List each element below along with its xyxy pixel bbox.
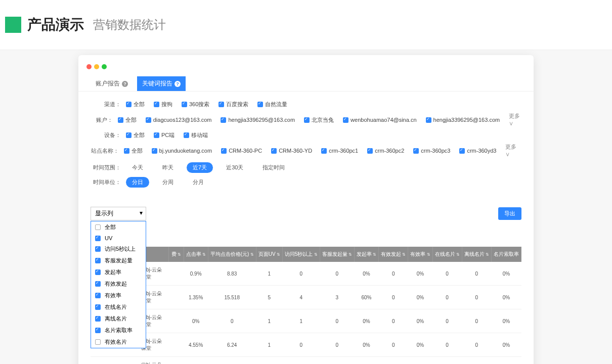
table-cell: 0% [492,286,521,309]
th-eff-rate[interactable]: 有效率 [408,247,432,262]
site-option[interactable]: crm-360yd3 [459,148,496,154]
unit-month[interactable]: 分月 [187,177,210,188]
range-7days[interactable]: 近7天 [187,162,213,173]
more-button[interactable]: 更多 [505,143,521,158]
site-option[interactable]: CRM-360-PC [221,148,262,154]
th-online-card[interactable]: 在线名片 [432,247,462,262]
dd-offline-card[interactable]: 离线名片 [91,313,146,325]
minimize-icon[interactable] [94,64,99,69]
tab-keyword-report[interactable]: 关键词报告 [137,76,186,91]
account-option[interactable]: 北京当兔 [304,116,334,124]
table-cell: 0% [408,357,432,365]
table-cell: 0 [462,333,491,357]
table-cell: 0% [184,357,208,365]
filter-label: 设备： [91,131,121,139]
help-icon[interactable] [122,81,128,87]
site-option[interactable]: crm-360pc1 [321,148,358,154]
channel-baidu[interactable]: 百度搜索 [218,101,248,108]
dd-online-card[interactable]: 在线名片 [91,301,146,313]
dd-kefu[interactable]: 客服发起量 [91,255,146,266]
table-cell: 6.24 [208,333,256,357]
table-cell: 0 [320,262,354,286]
table-row: 堂 bj-云朵课堂4.55%6.241000%00%000% [91,333,521,357]
table-cell: 0% [354,357,378,365]
range-today[interactable]: 今天 [126,162,149,173]
account-option[interactable]: 全部 [118,116,137,124]
dd-all[interactable]: 全部 [91,221,146,233]
channel-sogou[interactable]: 搜狗 [154,101,172,108]
th-fee[interactable]: 费 [168,247,184,262]
more-button[interactable]: 更多 [509,112,521,127]
account-option[interactable]: diagcuos123@163.com [146,117,212,123]
table-cell: 0 [379,309,408,333]
device-pc[interactable]: PC端 [154,131,174,139]
table-cell: 0% [492,333,521,357]
table-cell: 0 [462,309,491,333]
table-cell: 0 [320,333,354,357]
th-eff-init[interactable]: 有效发起 [379,247,408,262]
th-init-rate[interactable]: 发起率 [354,247,378,262]
th-visit5s[interactable]: 访问5秒以上 [282,247,320,262]
device-all[interactable]: 全部 [126,131,145,139]
site-option[interactable]: CRM-360-YD [271,148,312,154]
dd-effective-rate[interactable]: 有效率 [91,290,146,301]
table-cell: 0 [282,357,320,365]
range-30days[interactable]: 近30天 [220,162,249,173]
dd-uv[interactable]: UV [91,233,146,243]
channel-all[interactable]: 全部 [126,101,145,108]
range-custom[interactable]: 指定时间 [256,162,291,173]
filter-time-unit: 时间单位： 分日 分周 分月 [91,177,521,188]
table-cell: 1 [256,262,282,286]
device-mobile[interactable]: 移动端 [184,131,208,139]
help-icon[interactable] [174,81,181,87]
table-cell: 0% [354,309,378,333]
th-offline-card[interactable]: 离线名片 [462,247,491,262]
table-cell: 0 [282,262,320,286]
channel-360[interactable]: 360搜索 [182,101,209,108]
th-ctr[interactable]: 点击率 [184,247,208,262]
window-controls [78,61,534,76]
th-uv[interactable]: 页面UV [256,247,282,262]
site-option[interactable]: crm-360pc3 [413,148,450,154]
column-select[interactable]: 显示列 [91,207,146,220]
dd-valid-card[interactable]: 有效名片 [91,336,146,348]
close-icon[interactable] [86,64,92,69]
table-cell: 0 [379,357,408,365]
channel-organic[interactable]: 自然流量 [257,101,287,108]
table-cell: 60% [354,286,378,309]
table-cell: 0% [354,262,378,286]
table-cell: 8.83 [208,262,256,286]
maximize-icon[interactable] [102,64,107,69]
filter-label: 站点名称： [91,147,119,155]
site-option[interactable]: bj.yunduoketang.com [152,148,212,154]
table-row: 堂 bj-云朵课堂0%00000%00%000% [91,357,521,365]
unit-week[interactable]: 分周 [156,177,180,188]
table-cell: 0% [354,333,378,357]
filter-label: 时间单位： [91,178,121,186]
account-option[interactable]: hengjia3396295@163.com [221,117,295,123]
dd-initiate-rate[interactable]: 发起率 [91,266,146,278]
dd-visit5s[interactable]: 访问5秒以上 [91,243,146,255]
dd-card-rate[interactable]: 名片索取率 [91,325,146,336]
filter-time-range: 时间范围： 今天 昨天 近7天 近30天 指定时间 [91,162,521,173]
table-cell: 0 [379,262,408,286]
table-cell: 0% [492,262,521,286]
tab-account-report[interactable]: 账户报告 [91,76,133,91]
data-table: 账户 费 点击率 平均点击价格(元) 页面UV 访问5秒以上 客服发起量 发起率… [91,247,521,364]
table-cell: 4.55% [184,333,208,357]
unit-day[interactable]: 分日 [126,177,149,188]
dd-effective-initiate[interactable]: 有效发起 [91,278,146,290]
table-cell: 0 [256,357,282,365]
site-option[interactable]: 全部 [124,147,143,155]
account-option[interactable]: hengjia3396295@163.com [426,117,500,123]
export-button[interactable]: 导出 [498,207,521,220]
th-avg-cpc[interactable]: 平均点击价格(元) [208,247,256,262]
range-yesterday[interactable]: 昨天 [156,162,180,173]
th-card-rate[interactable]: 名片索取率 [492,247,521,262]
table-cell: 1 [256,333,282,357]
account-option[interactable]: wenbohuamao74@sina.cn [343,117,416,123]
table-cell: 0.9% [184,262,208,286]
site-option[interactable]: crm-360pc2 [367,148,404,154]
table-cell: 0% [408,309,432,333]
th-kefu[interactable]: 客服发起量 [320,247,354,262]
